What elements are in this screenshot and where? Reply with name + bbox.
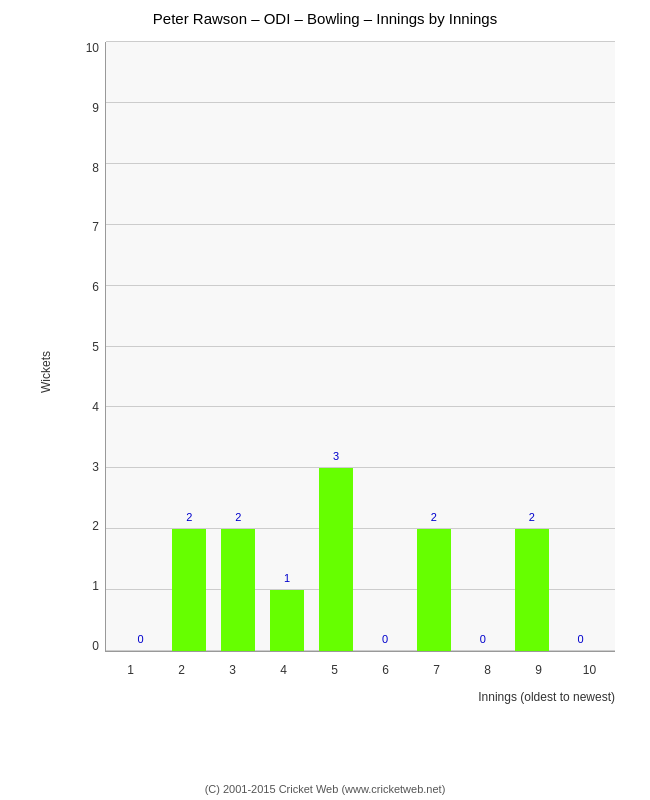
- bar-group: 1: [263, 42, 312, 651]
- bar-group: 0: [556, 42, 605, 651]
- bar-group: 2: [165, 42, 214, 651]
- chart-area: Wickets 109876543210 0221302020 12345678…: [55, 32, 635, 712]
- bar: 2: [221, 529, 255, 651]
- bar-value-label: 0: [578, 633, 584, 645]
- chart-container: Peter Rawson – ODI – Bowling – Innings b…: [0, 0, 650, 800]
- x-axis-label: 4: [258, 663, 309, 677]
- x-axis-label: 7: [411, 663, 462, 677]
- bar: 2: [172, 529, 206, 651]
- y-axis-label: 5: [55, 341, 105, 353]
- x-axis-label: 6: [360, 663, 411, 677]
- bar: 1: [270, 590, 304, 651]
- x-axis-label: 10: [564, 663, 615, 677]
- bar-value-label: 2: [431, 511, 437, 523]
- bar-group: 0: [361, 42, 410, 651]
- bar-group: 0: [458, 42, 507, 651]
- bar: 3: [319, 468, 353, 651]
- y-axis-label: 9: [55, 102, 105, 114]
- x-axis-label: 3: [207, 663, 258, 677]
- bar: 2: [417, 529, 451, 651]
- bar: 2: [515, 529, 549, 651]
- bar-value-label: 3: [333, 450, 339, 462]
- x-axis-title: Innings (oldest to newest): [105, 690, 615, 704]
- y-axis-labels: 109876543210: [55, 42, 105, 652]
- x-axis-label: 9: [513, 663, 564, 677]
- y-axis-label: 0: [55, 640, 105, 652]
- y-axis-label: 4: [55, 401, 105, 413]
- x-axis-label: 8: [462, 663, 513, 677]
- chart-title: Peter Rawson – ODI – Bowling – Innings b…: [153, 10, 497, 27]
- y-axis-label: 8: [55, 162, 105, 174]
- x-axis-label: 1: [105, 663, 156, 677]
- chart-plot-area: 0221302020: [105, 42, 615, 652]
- bar-value-label: 2: [529, 511, 535, 523]
- bar-value-label: 1: [284, 572, 290, 584]
- bar-value-label: 0: [137, 633, 143, 645]
- bars-container: 0221302020: [106, 42, 615, 651]
- bar-group: 0: [116, 42, 165, 651]
- y-axis-label: 10: [55, 42, 105, 54]
- y-axis-label: 2: [55, 520, 105, 532]
- bar-group: 3: [312, 42, 361, 651]
- x-axis-label: 5: [309, 663, 360, 677]
- y-axis-label: 7: [55, 221, 105, 233]
- x-axis-labels: 12345678910: [105, 663, 615, 677]
- bar-value-label: 2: [186, 511, 192, 523]
- bar-value-label: 0: [480, 633, 486, 645]
- y-axis-label: 6: [55, 281, 105, 293]
- y-axis-label: 1: [55, 580, 105, 592]
- copyright-text: (C) 2001-2015 Cricket Web (www.cricketwe…: [0, 783, 650, 795]
- y-axis-label: 3: [55, 461, 105, 473]
- bar-group: 2: [409, 42, 458, 651]
- bar-value-label: 0: [382, 633, 388, 645]
- bar-group: 2: [507, 42, 556, 651]
- x-axis-label: 2: [156, 663, 207, 677]
- y-axis-title: Wickets: [39, 351, 53, 393]
- bar-value-label: 2: [235, 511, 241, 523]
- bar-group: 2: [214, 42, 263, 651]
